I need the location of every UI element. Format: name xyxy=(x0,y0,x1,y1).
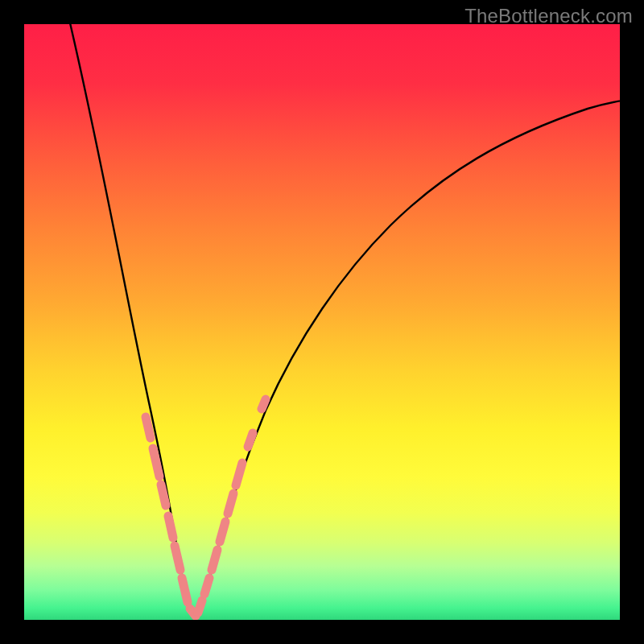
svg-line-2 xyxy=(161,485,166,506)
bottleneck-curve xyxy=(24,24,620,620)
watermark-text: TheBottleneck.com xyxy=(464,5,633,27)
svg-line-13 xyxy=(248,433,253,447)
svg-line-1 xyxy=(153,448,159,477)
svg-line-3 xyxy=(168,516,173,538)
plot-area xyxy=(24,24,620,620)
svg-line-8 xyxy=(204,578,209,594)
svg-line-9 xyxy=(212,550,217,570)
svg-line-0 xyxy=(146,417,151,438)
svg-line-11 xyxy=(228,493,233,514)
svg-line-14 xyxy=(262,399,266,409)
svg-line-5 xyxy=(182,578,188,602)
curve-path xyxy=(68,24,620,616)
chart-frame: TheBottleneck.com xyxy=(0,0,644,644)
svg-line-7 xyxy=(198,601,202,613)
highlight-left-cluster xyxy=(146,417,202,616)
highlight-right-cluster xyxy=(204,399,266,594)
svg-line-4 xyxy=(175,546,180,570)
svg-line-12 xyxy=(236,463,242,485)
svg-line-10 xyxy=(220,522,225,542)
